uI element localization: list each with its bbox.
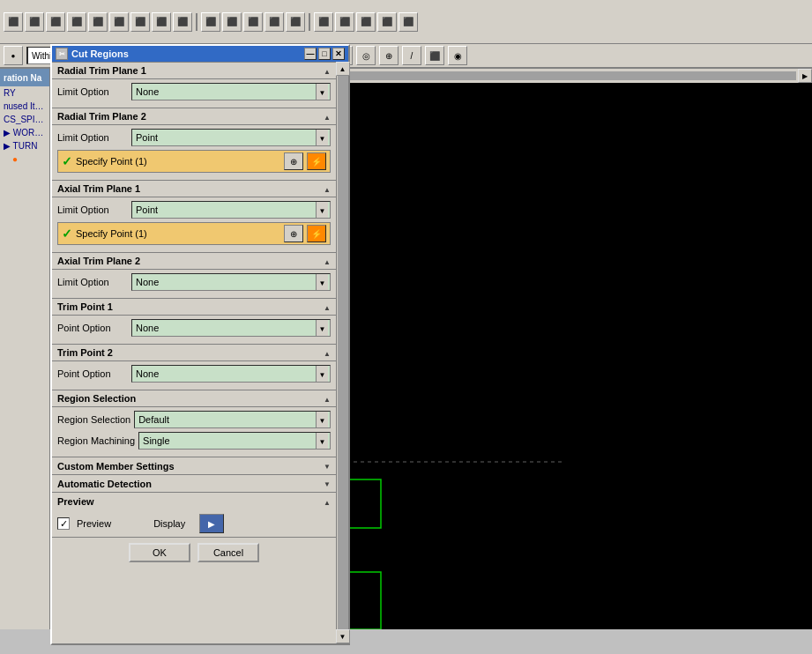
toolbar-btn-18[interactable]: ⬛	[377, 12, 397, 32]
region-machining-arrow[interactable]	[316, 433, 328, 449]
axial-trim-2-header[interactable]: Axial Trim Plane 2	[52, 252, 336, 270]
toolbar-btn-14[interactable]: ⬛	[286, 12, 305, 32]
cancel-button[interactable]: Cancel	[197, 543, 259, 562]
radial-trim-1-arrow[interactable]	[316, 84, 328, 100]
region-selection-arrow[interactable]	[316, 412, 328, 427]
radial-trim-2-toggle[interactable]	[324, 112, 331, 122]
trim-point-1-toggle[interactable]	[324, 302, 331, 312]
radial-trim-1-content: Limit Option None	[52, 79, 336, 108]
preview-checkbox-label: Preview	[77, 518, 111, 529]
axial-trim-1-toggle[interactable]	[324, 184, 331, 194]
radial-trim-2-flash-btn[interactable]: ⚡	[307, 152, 326, 170]
trim-point-2-header[interactable]: Trim Point 2	[52, 344, 336, 361]
axial-trim-1-value: Point	[136, 204, 158, 215]
preview-toggle[interactable]	[324, 497, 331, 507]
minimize-btn[interactable]: —	[304, 48, 317, 60]
preview-header[interactable]: Preview	[52, 493, 336, 510]
radial-trim-1-header[interactable]: Radial Trim Plane 1	[52, 62, 336, 79]
toolbar-btn-5[interactable]: ⬛	[88, 12, 108, 32]
region-selection-label: Region Selection	[57, 393, 136, 404]
preview-checkbox[interactable]: ✓	[57, 517, 70, 530]
toolbar-btn-j[interactable]: ◎	[356, 46, 376, 65]
toolbar-btn-7[interactable]: ⬛	[130, 12, 150, 32]
axial-trim-2-select[interactable]: None	[131, 273, 331, 291]
automatic-detection-toggle[interactable]	[324, 479, 331, 488]
axial-trim-1-arrow[interactable]	[316, 202, 328, 218]
custom-member-header[interactable]: Custom Member Settings	[52, 457, 336, 474]
close-btn[interactable]: ✕	[332, 48, 345, 60]
ok-button[interactable]: OK	[129, 543, 190, 562]
custom-member-toggle[interactable]	[324, 461, 331, 471]
toolbar-btn-15[interactable]: ⬛	[314, 12, 333, 32]
toolbar-btn-n[interactable]: ◉	[448, 46, 467, 65]
toolbar-btn-16[interactable]: ⬛	[335, 12, 354, 32]
axial-trim-2-label: Axial Trim Plane 2	[57, 256, 140, 266]
scroll-up-btn[interactable]: ▲	[336, 62, 350, 76]
toolbar-btn-11[interactable]: ⬛	[222, 12, 242, 32]
axial-trim-2-toggle[interactable]	[324, 256, 331, 266]
trim-point-2-content: Point Option None	[52, 361, 336, 390]
radial-trim-2-header[interactable]: Radial Trim Plane 2	[52, 108, 336, 125]
radial-trim-2-select[interactable]: Point	[131, 129, 331, 146]
toolbar-btn-2[interactable]: ⬛	[25, 12, 44, 32]
toolbar-btn-12[interactable]: ⬛	[243, 12, 263, 32]
toolbar-btn-l[interactable]: /	[402, 46, 421, 65]
trim-point-1-row: Point Option None	[57, 319, 331, 337]
toolbar-btn-13[interactable]: ⬛	[264, 12, 284, 32]
region-selection-select[interactable]: Default	[134, 411, 331, 428]
toolbar-btn-9[interactable]: ⬛	[173, 12, 192, 32]
toolbar-btn-m[interactable]: ⬛	[425, 46, 444, 65]
trim-point-2-arrow[interactable]	[316, 366, 328, 382]
radial-trim-2-arrow[interactable]	[316, 130, 328, 145]
toolbar-btn-k[interactable]: ⊕	[379, 46, 399, 65]
toolbar-btn-4[interactable]: ⬛	[67, 12, 86, 32]
nav-item-spindle[interactable]: CS_SPINDL	[0, 113, 49, 126]
axial-trim-1-row: Limit Option Point	[57, 201, 331, 219]
trim-point-1-arrow[interactable]	[316, 320, 328, 336]
axial-trim-2-arrow[interactable]	[316, 274, 328, 290]
region-selection-header[interactable]: Region Selection	[52, 390, 336, 407]
radial-trim-2-content: Limit Option Point ✓ Specify Point (1) ⊕…	[52, 125, 336, 180]
nav-item-unused[interactable]: nused Item	[0, 100, 49, 113]
toolbar-btn-6[interactable]: ⬛	[109, 12, 129, 32]
axial-trim-1-header[interactable]: Axial Trim Plane 1	[52, 180, 336, 197]
radial-trim-2-specify-row: ✓ Specify Point (1) ⊕ ⚡	[57, 150, 331, 173]
nav-item-ry[interactable]: RY	[0, 86, 49, 100]
trim-point-2-label: Trim Point 2	[57, 347, 113, 358]
toolbar-btn-1[interactable]: ⬛	[4, 12, 23, 32]
restore-btn[interactable]: □	[318, 48, 331, 60]
trim-point-2-select[interactable]: None	[131, 365, 331, 383]
toolbar-btn-3[interactable]: ⬛	[46, 12, 65, 32]
radial-trim-1-select[interactable]: None	[131, 83, 331, 100]
axial-trim-1-select[interactable]: Point	[131, 201, 331, 219]
axial-trim-1-flash-btn[interactable]: ⚡	[307, 225, 326, 242]
region-machining-select[interactable]: Single	[138, 432, 331, 450]
toolbar-btn-8[interactable]: ⬛	[152, 12, 171, 32]
axial-trim-1-add-btn[interactable]: ⊕	[284, 225, 303, 242]
preview-content: ✓ Preview Display ▶	[52, 510, 336, 537]
nav-item-sub[interactable]: ●	[0, 152, 49, 166]
toolbar-btn-17[interactable]: ⬛	[356, 12, 376, 32]
nav-item-workpiece[interactable]: ▶ WORKPIEC	[0, 126, 49, 139]
canvas-scroll-right[interactable]: ▶	[798, 69, 812, 83]
trim-point-1-select[interactable]: None	[131, 319, 331, 337]
scroll-down-btn[interactable]: ▼	[336, 629, 350, 643]
left-panel-header: ration Na	[0, 69, 49, 86]
trim-point-1-header[interactable]: Trim Point 1	[52, 298, 336, 316]
nav-item-turn[interactable]: ▶ TURN	[0, 139, 49, 152]
radial-trim-2-label: Radial Trim Plane 2	[57, 111, 146, 122]
region-machining-label: Region Machining	[57, 435, 135, 446]
mode-btn[interactable]: ●	[4, 46, 23, 65]
toolbar-btn-10[interactable]: ⬛	[201, 12, 220, 32]
region-selection-toggle[interactable]	[324, 394, 331, 404]
radial-trim-2-add-btn[interactable]: ⊕	[284, 152, 303, 170]
toolbar-btn-19[interactable]: ⬛	[399, 12, 418, 32]
preview-display-btn[interactable]: ▶	[199, 514, 224, 533]
radial-trim-2-value: Point	[136, 132, 158, 143]
trim-point-2-toggle[interactable]	[324, 348, 331, 358]
radial-trim-1-toggle[interactable]	[324, 66, 331, 76]
axial-trim-1-content: Limit Option Point ✓ Specify Point (1) ⊕…	[52, 197, 336, 252]
axial-trim-1-check-icon: ✓	[62, 227, 72, 241]
automatic-detection-header[interactable]: Automatic Detection	[52, 474, 336, 492]
region-selection-value: Default	[138, 414, 169, 425]
